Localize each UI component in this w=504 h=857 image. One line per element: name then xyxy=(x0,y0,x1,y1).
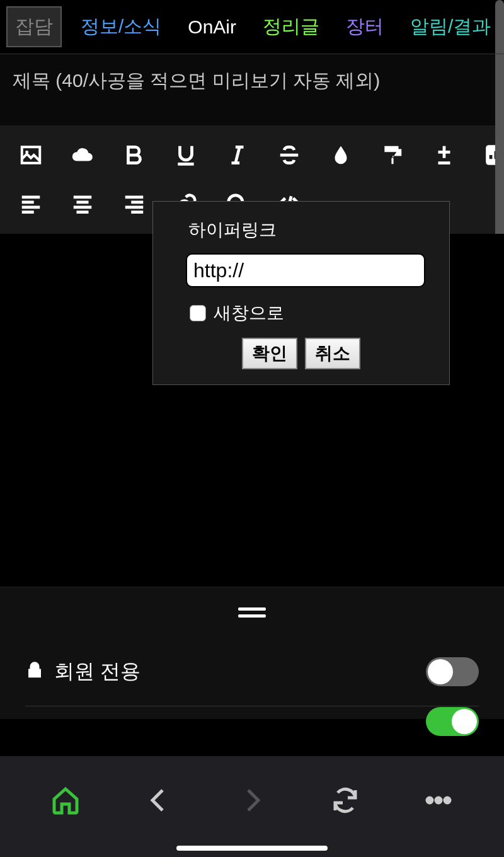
members-only-label: 회원 전용 xyxy=(54,658,140,686)
hyperlink-dialog-title: 하이퍼링크 xyxy=(188,218,432,242)
svg-point-8 xyxy=(445,798,450,803)
drag-handle-icon xyxy=(238,607,266,618)
tab-summary[interactable]: 정리글 xyxy=(255,8,327,46)
plus-minus-icon[interactable] xyxy=(432,143,456,167)
italic-icon[interactable] xyxy=(226,143,249,167)
editor-content-area[interactable]: 하이퍼링크 새창으로 확인 취소 xyxy=(0,234,504,587)
menu-button[interactable] xyxy=(420,781,457,819)
tab-market[interactable]: 장터 xyxy=(338,8,391,46)
image-icon[interactable] xyxy=(19,143,43,167)
tab-chat[interactable]: 잡담 xyxy=(6,6,62,47)
back-button[interactable] xyxy=(140,781,178,819)
lock-icon xyxy=(25,661,44,682)
tint-icon[interactable] xyxy=(329,143,353,167)
svg-point-6 xyxy=(427,798,432,803)
category-tabs: 잡담 정보/소식 OnAir 정리글 장터 알림/결과 해제 xyxy=(0,0,504,54)
new-window-label: 새창으로 xyxy=(214,301,284,325)
cancel-button[interactable]: 취소 xyxy=(305,338,360,369)
refresh-button[interactable] xyxy=(326,781,364,819)
tab-notice-result[interactable]: 알림/결과 xyxy=(403,8,498,46)
forward-button[interactable] xyxy=(233,781,271,819)
home-button[interactable] xyxy=(47,781,84,819)
home-indicator xyxy=(176,846,328,851)
resize-separator[interactable] xyxy=(0,587,504,637)
hyperlink-dialog: 하이퍼링크 새창으로 확인 취소 xyxy=(152,201,450,385)
next-option-toggle[interactable] xyxy=(426,707,479,736)
hyperlink-url-input[interactable] xyxy=(186,253,425,287)
new-window-checkbox[interactable] xyxy=(190,305,206,321)
post-options: 회원 전용 xyxy=(0,637,504,719)
confirm-button[interactable]: 확인 xyxy=(242,338,297,369)
tab-info-news[interactable]: 정보/소식 xyxy=(73,8,169,46)
align-left-icon[interactable] xyxy=(19,192,43,216)
browser-bottom-nav xyxy=(0,756,504,857)
cloud-icon[interactable] xyxy=(71,143,94,167)
align-right-icon[interactable] xyxy=(122,192,146,216)
underline-icon[interactable] xyxy=(174,143,198,167)
bold-icon[interactable] xyxy=(122,143,146,167)
title-input[interactable]: 제목 (40/사공을 적으면 미리보기 자동 제외) xyxy=(0,54,504,125)
strikethrough-icon[interactable] xyxy=(277,143,301,167)
tab-onair[interactable]: OnAir xyxy=(180,10,244,44)
members-only-toggle[interactable] xyxy=(426,657,479,686)
svg-point-7 xyxy=(436,798,441,803)
svg-point-0 xyxy=(25,151,28,154)
paint-roller-icon[interactable] xyxy=(381,143,404,167)
align-center-icon[interactable] xyxy=(71,192,94,216)
